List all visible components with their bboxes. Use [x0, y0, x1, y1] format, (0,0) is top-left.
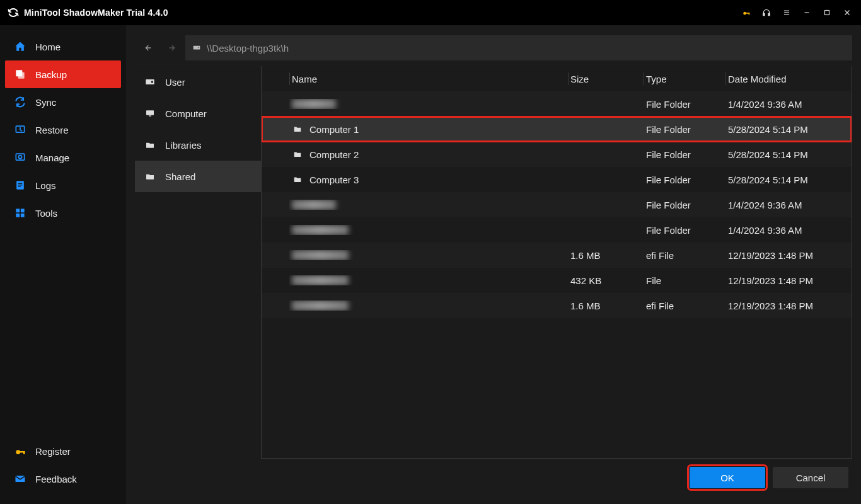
col-date[interactable]: Date Modified	[725, 66, 852, 91]
file-date: 12/19/2023 1:48 PM	[725, 301, 852, 311]
file-date: 5/28/2024 5:14 PM	[725, 124, 852, 135]
file-size: 1.6 MB	[568, 250, 644, 261]
col-type[interactable]: Type	[644, 66, 725, 91]
svg-rect-2	[749, 13, 750, 15]
sidebar-item-restore[interactable]: Restore	[5, 116, 121, 144]
folder-item-label: User	[165, 77, 185, 88]
folder-item-label: Libraries	[165, 140, 202, 151]
file-name: Computer 3	[289, 175, 568, 185]
sidebar: Home Backup Sync Restore Manage Logs Too…	[0, 25, 126, 504]
sidebar-item-tools[interactable]: Tools	[5, 199, 121, 227]
file-row[interactable]: Computer 2File Folder5/28/2024 5:14 PM	[262, 142, 852, 167]
titlebar-minimize-icon[interactable]	[798, 4, 816, 21]
file-name	[289, 275, 568, 285]
file-date: 1/4/2024 9:36 AM	[725, 200, 852, 210]
titlebar-key-icon[interactable]	[737, 4, 755, 21]
sidebar-item-label: Feedback	[35, 474, 77, 484]
path-field[interactable]: \\Desktop-thgp3tk\h	[185, 35, 852, 60]
col-size[interactable]: Size	[568, 66, 644, 91]
nav-forward-button[interactable]	[160, 35, 185, 60]
sidebar-item-logs[interactable]: Logs	[5, 171, 121, 199]
ok-button[interactable]: OK	[690, 467, 765, 488]
file-date: 1/4/2024 9:36 AM	[725, 99, 852, 110]
file-row[interactable]: Computer 3File Folder5/28/2024 5:14 PM	[262, 167, 852, 192]
file-header: Name Size Type Date Modified	[262, 66, 852, 91]
sidebar-item-backup[interactable]: Backup	[5, 60, 121, 88]
svg-rect-33	[146, 110, 154, 115]
file-row[interactable]: 1.6 MBefi File12/19/2023 1:48 PM	[262, 243, 852, 268]
col-name[interactable]: Name	[289, 66, 568, 91]
sidebar-item-label: Register	[35, 446, 71, 457]
svg-rect-24	[21, 214, 25, 217]
svg-rect-3	[763, 13, 765, 16]
file-list: File Folder1/4/2024 9:36 AMComputer 1Fil…	[262, 91, 852, 458]
sidebar-item-label: Restore	[35, 125, 69, 135]
sidebar-item-label: Backup	[35, 69, 67, 80]
file-type: File Folder	[644, 149, 725, 160]
svg-rect-15	[16, 154, 24, 160]
sidebar-item-label: Manage	[35, 152, 69, 163]
sidebar-item-label: Logs	[35, 180, 56, 191]
svg-rect-13	[18, 72, 25, 79]
content-pane: \\Desktop-thgp3tk\h User Computer	[126, 25, 861, 504]
file-name	[289, 225, 568, 235]
sidebar-item-home[interactable]: Home	[5, 33, 121, 60]
svg-point-16	[19, 156, 22, 159]
tools-icon	[14, 207, 26, 219]
svg-rect-4	[768, 13, 770, 16]
folder-item-computer[interactable]: Computer	[135, 98, 261, 129]
file-date: 12/19/2023 1:48 PM	[725, 275, 852, 286]
path-bar: \\Desktop-thgp3tk\h	[135, 35, 852, 60]
sidebar-item-register[interactable]: Register	[5, 437, 121, 465]
titlebar-headset-icon[interactable]	[758, 4, 775, 21]
file-row[interactable]: File Folder1/4/2024 9:36 AM	[262, 217, 852, 243]
file-name: Computer 1	[289, 124, 568, 135]
sidebar-item-manage[interactable]: Manage	[5, 144, 121, 171]
file-date: 5/28/2024 5:14 PM	[725, 175, 852, 185]
file-type: File Folder	[644, 175, 725, 185]
cancel-button[interactable]: Cancel	[773, 467, 848, 488]
file-name	[289, 250, 568, 260]
nav-back-button[interactable]	[135, 35, 160, 60]
computer-icon	[144, 108, 156, 118]
svg-rect-19	[18, 185, 23, 185]
file-row[interactable]: Computer 1File Folder5/28/2024 5:14 PM	[262, 117, 852, 142]
file-type: File Folder	[644, 225, 725, 236]
svg-rect-18	[18, 183, 23, 184]
folder-item-shared[interactable]: Shared	[135, 161, 261, 192]
file-type: File	[644, 275, 725, 286]
file-type: efi File	[644, 250, 725, 261]
sidebar-item-label: Home	[35, 42, 61, 52]
mail-icon	[14, 472, 26, 485]
svg-rect-34	[149, 115, 151, 116]
svg-point-30	[199, 47, 199, 47]
key-icon	[14, 445, 26, 457]
restore-icon	[14, 123, 26, 136]
folders-panel: User Computer Libraries Shared	[135, 66, 261, 459]
svg-rect-9	[825, 11, 829, 15]
titlebar-maximize-icon[interactable]	[818, 4, 836, 21]
file-row[interactable]: 432 KBFile12/19/2023 1:48 PM	[262, 268, 852, 293]
drive-icon	[192, 43, 202, 54]
file-type: File Folder	[644, 200, 725, 210]
svg-rect-22	[21, 209, 25, 212]
app-title: MiniTool ShadowMaker Trial 4.4.0	[24, 8, 168, 18]
folder-item-label: Computer	[165, 108, 207, 119]
folder-item-user[interactable]: User	[135, 66, 261, 98]
file-date: 5/28/2024 5:14 PM	[725, 149, 852, 160]
home-icon	[14, 40, 26, 53]
sidebar-item-sync[interactable]: Sync	[5, 88, 121, 116]
sync-icon	[14, 96, 26, 108]
titlebar-menu-icon[interactable]	[778, 4, 795, 21]
svg-rect-21	[16, 209, 20, 212]
folder-item-libraries[interactable]: Libraries	[135, 129, 261, 161]
file-name: Computer 2	[289, 149, 568, 160]
titlebar-close-icon[interactable]	[838, 4, 856, 21]
file-row[interactable]: File Folder1/4/2024 9:36 AM	[262, 192, 852, 217]
sidebar-item-feedback[interactable]: Feedback	[5, 465, 121, 493]
file-type: File Folder	[644, 124, 725, 135]
file-row[interactable]: 1.6 MBefi File12/19/2023 1:48 PM	[262, 293, 852, 318]
file-row[interactable]: File Folder1/4/2024 9:36 AM	[262, 91, 852, 117]
path-value: \\Desktop-thgp3tk\h	[207, 43, 289, 54]
sidebar-item-label: Sync	[35, 97, 56, 108]
